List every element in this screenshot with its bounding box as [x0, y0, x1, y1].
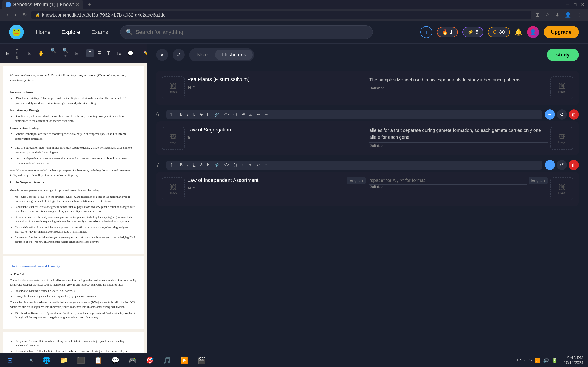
tab-flashcards[interactable]: Flashcards — [215, 50, 253, 60]
strikethrough-btn-7[interactable]: S — [198, 162, 204, 168]
taskbar-media[interactable]: 🎬 — [195, 356, 208, 365]
minimize-button[interactable]: ─ — [565, 1, 571, 8]
zoom-out-button[interactable]: 🔍− — [48, 46, 58, 60]
regenerate-btn-6[interactable]: ↺ — [557, 109, 567, 119]
underline-btn-7[interactable]: U — [191, 162, 198, 168]
tab-note[interactable]: Note — [191, 50, 214, 60]
term-image-box-7[interactable]: 🖼 Image — [162, 177, 185, 200]
taskbar-notes[interactable]: 📋 — [91, 356, 105, 365]
address-bar[interactable]: 🔒 knowt.com/media/1ea3ef3a-7962-4b7b-a08… — [32, 10, 531, 19]
code-block-btn-6[interactable]: { } — [232, 111, 239, 117]
italic-btn-7[interactable]: I — [185, 162, 190, 168]
text-tool-button[interactable]: T — [86, 49, 94, 57]
new-tab-button[interactable]: + — [85, 0, 94, 9]
definition-image-box-1[interactable]: 🖼 Image — [550, 76, 573, 99]
redo-btn-6[interactable]: ↪ — [263, 111, 269, 118]
nav-exams[interactable]: Exams — [86, 27, 112, 38]
taskbar-explorer[interactable]: 📁 — [57, 356, 70, 365]
taskbar-game[interactable]: 🎯 — [143, 356, 157, 365]
underline-button[interactable]: T — [105, 49, 112, 57]
term-image-box-6[interactable]: 🖼 Image — [162, 127, 185, 150]
avatar[interactable]: 👤 — [527, 26, 539, 38]
add-card-btn-7[interactable]: + — [545, 160, 555, 170]
bold-btn-7[interactable]: B — [178, 162, 185, 168]
italic-btn-6[interactable]: I — [185, 111, 190, 117]
taskbar-browser[interactable]: 🌐 — [40, 356, 53, 365]
paragraph-btn-7[interactable]: ¶ — [169, 162, 174, 168]
link-btn-6[interactable]: 🔗 — [212, 111, 221, 118]
definition-image-box-6[interactable]: 🖼 Image — [550, 127, 573, 150]
definition-input-7[interactable] — [369, 178, 527, 185]
pages-view-button[interactable]: ⊡ — [26, 49, 34, 57]
back-button[interactable]: ‹ — [5, 11, 10, 19]
highlight-btn-6[interactable]: H — [205, 111, 212, 117]
study-button[interactable]: study — [547, 49, 579, 61]
image-label-7: Image — [169, 191, 177, 194]
start-button[interactable]: ⊞ — [5, 356, 15, 365]
nav-explore[interactable]: Explore — [57, 27, 85, 38]
term-image-box-1[interactable]: 🖼 Image — [162, 76, 185, 99]
subscript-btn-6[interactable]: x₂ — [247, 111, 254, 118]
format-button[interactable]: Tₐ — [114, 49, 123, 57]
undo-btn-7[interactable]: ↩ — [255, 162, 262, 168]
undo-btn-6[interactable]: ↩ — [255, 111, 262, 118]
extensions-button[interactable]: ⊞ — [534, 11, 541, 19]
highlight-btn-7[interactable]: H — [205, 162, 212, 168]
superscript-btn-7[interactable]: x² — [240, 162, 246, 168]
search-input[interactable] — [136, 29, 367, 35]
zoom-in-button[interactable]: 🔍+ — [60, 46, 70, 60]
law-segregation-text: Law of Segregation states that alleles f… — [15, 145, 137, 155]
code-inline-btn-7[interactable]: </> — [222, 162, 231, 168]
view-grid-button[interactable]: ⊞ — [4, 49, 12, 57]
strikethrough-btn-6[interactable]: S — [198, 111, 204, 117]
hand-tool-button[interactable]: ✋ — [36, 49, 46, 57]
search-bar[interactable]: 🔍 — [120, 25, 373, 39]
reload-button[interactable]: ↻ — [21, 11, 29, 19]
taskbar-search[interactable]: 🔍 — [27, 358, 36, 363]
paragraph-btn-6[interactable]: ¶ — [169, 111, 174, 117]
streak-count: 1 — [450, 29, 453, 35]
close-button[interactable]: ✕ — [579, 1, 586, 8]
gems-badge: ⚡ 5 — [462, 27, 483, 37]
taskbar-youtube[interactable]: ▶️ — [178, 356, 191, 365]
browser-tab-active[interactable]: Genetics Prelim (1) | Knowt ✕ — [2, 0, 83, 9]
subscript-btn-7[interactable]: x₂ — [247, 162, 254, 168]
wifi-icon: 📶 — [535, 358, 540, 363]
coins-icon: ⬡ — [493, 29, 497, 35]
nav-home[interactable]: Home — [31, 27, 55, 38]
delete-btn-7[interactable]: 🗑 — [569, 160, 579, 170]
link-btn-7[interactable]: 🔗 — [212, 162, 221, 168]
redo-btn-7[interactable]: ↪ — [263, 162, 269, 168]
add-card-btn-6[interactable]: + — [545, 109, 555, 119]
flashcard-expand-button[interactable]: ⤢ — [173, 49, 185, 61]
notifications-button[interactable]: 🔔 — [515, 28, 523, 36]
bold-btn-6[interactable]: B — [178, 111, 185, 117]
taskbar-discord[interactable]: 💬 — [109, 356, 122, 365]
taskbar-music[interactable]: 🎵 — [160, 356, 174, 365]
taskbar-clock: 5:43 PM 10/12/2024 — [564, 356, 583, 365]
tab-close-btn[interactable]: ✕ — [76, 2, 80, 8]
logo[interactable]: 🐸 — [9, 25, 24, 40]
taskbar-steam[interactable]: 🎮 — [126, 356, 139, 365]
delete-btn-6[interactable]: 🗑 — [569, 109, 579, 119]
flashcard-close-button[interactable]: × — [156, 49, 168, 61]
upgrade-button[interactable]: Upgrade — [544, 26, 579, 38]
download-button[interactable]: ⬇ — [553, 11, 561, 19]
definition-image-box-7[interactable]: 🖼 Image — [550, 177, 573, 200]
create-button[interactable]: + — [420, 26, 432, 38]
maximize-button[interactable]: □ — [572, 1, 578, 8]
forward-button[interactable]: › — [13, 11, 18, 19]
profile-button[interactable]: 👤 — [563, 11, 573, 19]
comment-button[interactable]: 💬 — [125, 49, 136, 57]
menu-button[interactable]: ⋮ — [575, 11, 583, 19]
underline-btn-6[interactable]: U — [191, 111, 198, 117]
flashcard-tabs: Note Flashcards — [189, 48, 254, 61]
taskbar-terminal[interactable]: ⬛ — [74, 356, 88, 365]
code-inline-btn-6[interactable]: </> — [222, 111, 231, 117]
code-block-btn-7[interactable]: { } — [232, 162, 239, 168]
regenerate-btn-7[interactable]: ↺ — [557, 160, 567, 170]
split-view-button[interactable]: ⊟ — [72, 49, 81, 57]
superscript-btn-6[interactable]: x² — [240, 111, 246, 117]
strikethrough-button[interactable]: T̶ — [95, 49, 103, 57]
bookmark-button[interactable]: ☆ — [543, 11, 552, 19]
